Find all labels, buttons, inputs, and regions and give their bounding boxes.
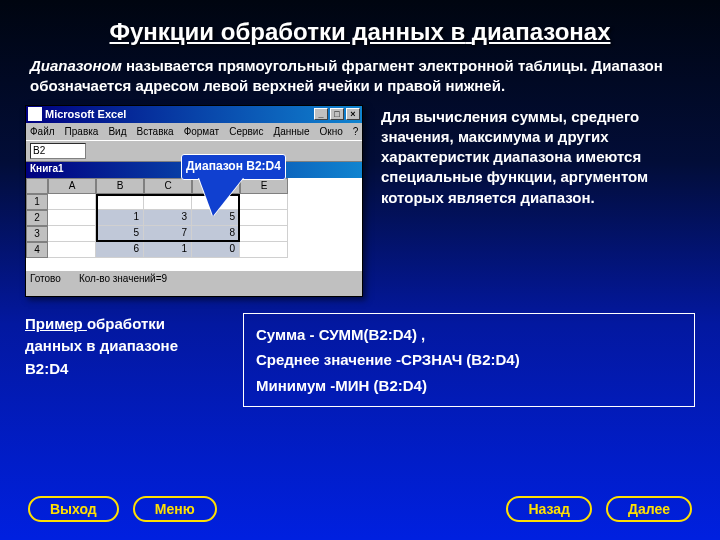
description-text: Для вычисления суммы, среднего значения,… xyxy=(381,105,695,297)
intro-text: Диапазоном называется прямоугольный фраг… xyxy=(0,56,720,105)
statusbar: Готово Кол-во значений=9 xyxy=(26,270,362,286)
col-header[interactable]: C xyxy=(144,178,192,194)
cell[interactable] xyxy=(240,242,288,258)
min-button[interactable]: _ xyxy=(314,108,328,120)
formula-avg: Среднее значение -СРЗНАЧ (B2:D4) xyxy=(256,347,682,373)
title-part2: диапазонах xyxy=(472,18,611,45)
cell[interactable] xyxy=(240,226,288,242)
cell[interactable]: 6 xyxy=(96,242,144,258)
formula-sum: Сумма - СУММ(B2:D4) , xyxy=(256,322,682,348)
callout-arrow-icon xyxy=(199,178,243,216)
cell[interactable] xyxy=(48,210,96,226)
row-header[interactable]: 4 xyxy=(26,242,48,258)
cell[interactable] xyxy=(48,242,96,258)
status-count: Кол-во значений=9 xyxy=(79,273,167,284)
menubar: Файл Правка Вид Вставка Формат Сервис Да… xyxy=(26,123,362,140)
excel-window: Microsoft Excel _ □ × Файл Правка Вид Вс… xyxy=(25,105,363,297)
example-label: Пример обработки данных в диапазоне B2:D… xyxy=(25,313,225,408)
titlebar: Microsoft Excel _ □ × xyxy=(26,106,362,123)
cell[interactable] xyxy=(48,194,96,210)
col-header[interactable]: B xyxy=(96,178,144,194)
example-underline: Пример xyxy=(25,315,87,332)
menu-item[interactable]: Файл xyxy=(30,126,55,137)
page-title: Функции обработки данных в диапазонах xyxy=(0,0,720,56)
app-title: Microsoft Excel xyxy=(45,108,312,120)
app-icon xyxy=(28,107,42,121)
cell[interactable] xyxy=(240,194,288,210)
formulas-box: Сумма - СУММ(B2:D4) , Среднее значение -… xyxy=(243,313,695,408)
menu-button[interactable]: Меню xyxy=(133,496,217,522)
row-header[interactable]: 2 xyxy=(26,210,48,226)
menu-item[interactable]: Формат xyxy=(184,126,220,137)
status-ready: Готово xyxy=(30,273,61,284)
nav-bar: Выход Меню Назад Далее xyxy=(0,496,720,522)
cell[interactable]: 0 xyxy=(192,242,240,258)
spreadsheet-grid[interactable]: A B C D E 1 2 1 3 5 xyxy=(26,178,362,270)
name-box[interactable]: B2 xyxy=(30,143,86,159)
cell[interactable] xyxy=(48,226,96,242)
menu-item[interactable]: ? xyxy=(353,126,359,137)
menu-item[interactable]: Сервис xyxy=(229,126,263,137)
cell[interactable]: 1 xyxy=(144,242,192,258)
cell[interactable] xyxy=(240,210,288,226)
close-button[interactable]: × xyxy=(346,108,360,120)
back-button[interactable]: Назад xyxy=(506,496,592,522)
col-header[interactable]: A xyxy=(48,178,96,194)
menu-item[interactable]: Вставка xyxy=(136,126,173,137)
menu-item[interactable]: Данные xyxy=(273,126,309,137)
range-callout: Диапазон B2:D4 xyxy=(181,154,286,180)
intro-term: Диапазоном xyxy=(30,57,122,74)
intro-rest: называется прямоугольный фрагмент электр… xyxy=(30,57,663,94)
menu-item[interactable]: Окно xyxy=(320,126,343,137)
exit-button[interactable]: Выход xyxy=(28,496,119,522)
menu-item[interactable]: Правка xyxy=(65,126,99,137)
row-header[interactable]: 1 xyxy=(26,194,48,210)
callout-label: Диапазон B2:D4 xyxy=(181,154,286,180)
max-button[interactable]: □ xyxy=(330,108,344,120)
next-button[interactable]: Далее xyxy=(606,496,692,522)
row-header[interactable]: 3 xyxy=(26,226,48,242)
title-part1: Функции обработки данных в xyxy=(109,18,465,45)
formula-min: Минимум -МИН (B2:D4) xyxy=(256,373,682,399)
menu-item[interactable]: Вид xyxy=(108,126,126,137)
select-all-corner[interactable] xyxy=(26,178,48,194)
col-header[interactable]: E xyxy=(240,178,288,194)
